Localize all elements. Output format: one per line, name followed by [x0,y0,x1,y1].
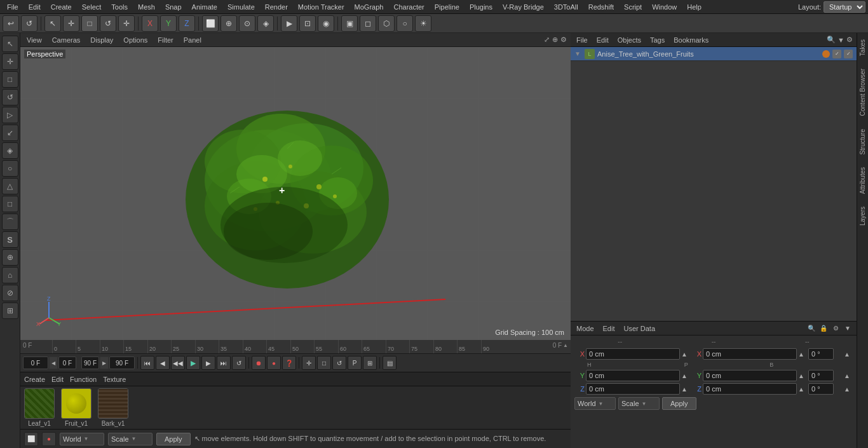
attr-icon-settings[interactable]: ⚙ [831,323,841,334]
point-mode[interactable]: ⊕ [220,15,237,32]
sidebar-scale[interactable]: □ [2,71,18,88]
play-button[interactable]: ▶ [186,356,200,370]
sidebar-move[interactable]: ✛ [2,53,18,70]
sidebar-rotate[interactable]: ↺ [2,89,18,105]
vp-filter[interactable]: Filter [155,35,175,45]
bb-btn-2[interactable]: ● [42,432,56,446]
menu-create[interactable]: Create [46,2,76,12]
coord-y-arrow[interactable]: ▲ [681,372,690,379]
menu-mesh[interactable]: Mesh [133,2,159,12]
go-start-button[interactable]: ⏮ [140,356,154,370]
obj-color-orange[interactable] [822,50,830,58]
menu-file[interactable]: File [3,2,23,12]
start-frame-input[interactable] [58,356,76,369]
rotate-tool[interactable]: ↺ [100,15,116,32]
mat-edit[interactable]: Edit [51,376,64,383]
obj-check-2[interactable]: ✓ [844,50,853,58]
sidebar-tool7[interactable]: ◈ [2,142,18,159]
end-frame-input2[interactable] [109,356,135,369]
coord-p-rot[interactable] [808,370,834,381]
coord-x-size[interactable] [703,348,797,360]
grid-btn[interactable]: ⊞ [363,356,377,370]
sidebar-circle[interactable]: ○ [2,160,18,177]
retarget-btn[interactable]: ↺ [332,356,346,370]
obj-objects[interactable]: Objects [616,36,643,44]
menu-render[interactable]: Render [261,2,292,12]
obj-check-1[interactable]: ✓ [832,50,841,58]
menu-animate[interactable]: Animate [187,2,222,12]
coord-y-size-arrow[interactable]: ▲ [798,372,807,379]
sidebar-tool5[interactable]: ▷ [2,107,18,123]
sidebar-grid[interactable]: ⊞ [2,302,18,319]
obj-bookmarks[interactable]: Bookmarks [672,36,710,44]
end-frame-input[interactable] [81,356,99,369]
sidebar-plus[interactable]: ⊕ [2,249,18,266]
coord-h-rot[interactable] [808,348,834,360]
search-icon[interactable]: 🔍 [827,36,836,44]
edge-mode[interactable]: ⊙ [239,15,255,32]
coord-h-arrow[interactable]: ▲ [844,351,853,358]
obj-edit[interactable]: Edit [595,36,611,44]
key-select-button[interactable]: ❓ [282,356,296,370]
sidebar-ban[interactable]: ⊘ [2,285,18,301]
menu-snap[interactable]: Snap [161,2,186,12]
tab-takes[interactable]: Takes [857,33,868,62]
bb-btn-1[interactable]: ⬜ [24,432,38,446]
attr-icon-lock[interactable]: 🔒 [818,323,829,334]
sidebar-box[interactable]: □ [2,196,18,212]
tool-4[interactable]: ✛ [118,15,135,32]
sidebar-tool6[interactable]: ↙ [2,125,18,141]
step-back-button[interactable]: ◀ [156,356,170,370]
render-view[interactable]: ⊡ [299,15,316,32]
material-bark[interactable]: Bark_v1 [98,388,128,427]
menu-window[interactable]: Window [648,2,681,12]
scale-dropdown[interactable]: Scale [108,433,153,445]
obj-file[interactable]: File [574,36,590,44]
coord-b-arrow[interactable]: ▲ [844,386,853,393]
apply-button[interactable]: Apply [156,433,191,445]
vp-panel[interactable]: Panel [181,35,204,45]
menu-redshift[interactable]: Redshift [584,2,618,12]
sidebar-arc[interactable]: ⌒ [2,214,18,230]
frame-up-arrow[interactable]: ▶ [100,356,109,369]
sidebar-house[interactable]: ⌂ [2,267,18,283]
vp-display[interactable]: Display [88,35,116,45]
sky-btn[interactable]: ◻ [360,15,376,32]
menu-tools[interactable]: Tools [107,2,132,12]
obj-expand-arrow[interactable]: ▼ [574,50,582,57]
material-leaf[interactable]: Leaf_v1 [24,388,55,427]
vp-options[interactable]: Options [121,35,150,45]
sidebar-select[interactable]: ↖ [2,36,18,52]
axis-x[interactable]: X [142,15,158,32]
attr-icon-search[interactable]: 🔍 [806,323,817,334]
attr-mode[interactable]: Mode [574,324,596,333]
menu-simulate[interactable]: Simulate [223,2,259,12]
menu-edit[interactable]: Edit [24,2,45,12]
render-play[interactable]: ▶ [281,15,297,32]
camera-btn[interactable]: ○ [397,15,413,32]
menu-pipeline[interactable]: Pipeline [430,2,464,12]
mat-texture[interactable]: Texture [103,376,126,383]
motion-path[interactable]: ✛ [302,356,316,370]
tab-attributes[interactable]: Attributes [857,161,868,200]
undo-button[interactable]: ↩ [3,15,19,32]
play-reverse-button[interactable]: ◀◀ [171,356,185,370]
sidebar-tri[interactable]: △ [2,178,18,194]
pose-btn[interactable]: P [348,356,362,370]
vp-view[interactable]: View [24,35,44,45]
key-frame-box[interactable]: □ [317,356,331,370]
coord-z-size-arrow[interactable]: ▲ [798,386,807,393]
world-dropdown[interactable]: World [60,433,104,445]
coord-x-pos[interactable] [586,348,680,360]
apply-attr-button[interactable]: Apply [662,397,696,410]
coord-x-size-arrow[interactable]: ▲ [798,351,807,358]
tab-structure[interactable]: Structure [857,123,868,161]
loop-button[interactable]: ↺ [232,356,246,370]
coord-z-arrow[interactable]: ▲ [681,386,690,393]
step-forward-button[interactable]: ▶ [201,356,215,370]
settings-icon[interactable]: ⚙ [846,36,853,44]
current-frame-input[interactable] [23,356,48,369]
coord-z-size[interactable] [703,383,797,395]
menu-script[interactable]: Script [620,2,646,12]
axis-y[interactable]: Y [160,15,177,32]
